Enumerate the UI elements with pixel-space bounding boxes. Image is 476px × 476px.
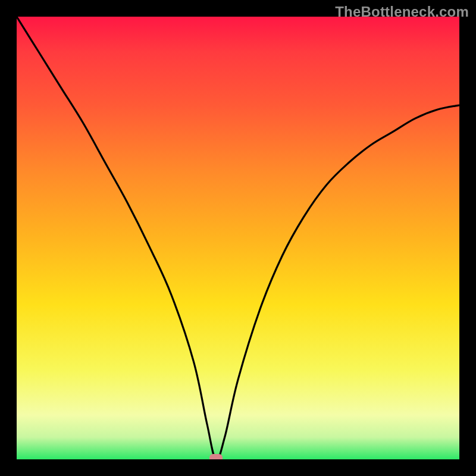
optimal-marker (209, 454, 223, 459)
watermark-text: TheBottleneck.com (335, 4, 469, 20)
bottleneck-curve (17, 17, 459, 459)
chart-frame: TheBottleneck.com (0, 0, 476, 476)
plot-area (17, 17, 459, 459)
